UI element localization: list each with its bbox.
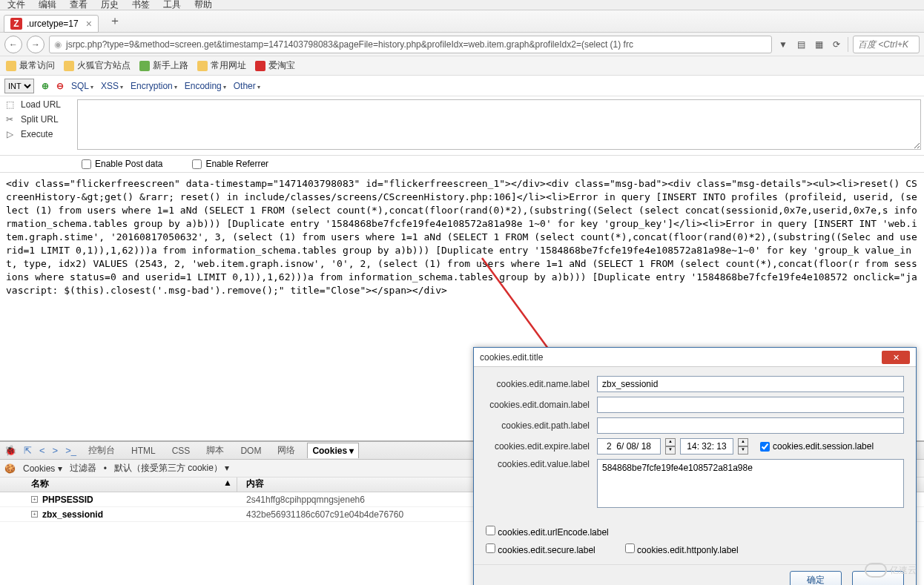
cookie-edit-dialog: cookies.edit.title ✕ cookies.edit.name.l… <box>473 347 917 585</box>
date-spinner[interactable]: ▲▼ <box>665 438 676 455</box>
watermark: 亿速云 <box>865 563 917 578</box>
split-url-button[interactable]: ✂Split URL <box>4 114 70 125</box>
menu-help[interactable]: 帮助 <box>194 0 212 11</box>
ok-button[interactable]: 确定 <box>790 571 842 585</box>
bookmarks-toolbar: 最常访问 火狐官方站点 新手上路 常用网址 爱淘宝 <box>0 56 924 76</box>
tab-network[interactable]: 网络 <box>273 442 300 459</box>
notes-icon[interactable]: ▦ <box>812 38 825 51</box>
domain-label: cookies.edit.domain.label <box>486 400 597 410</box>
browser-tabbar: Z .urcetype=17 × ＋ <box>0 10 924 33</box>
next-icon[interactable]: > <box>53 445 59 456</box>
play-icon: ▷ <box>4 129 15 139</box>
dialog-title: cookies.edit.title <box>480 352 882 363</box>
cookies-menu[interactable]: Cookies ▾ <box>23 463 62 474</box>
expire-label: cookies.edit.expire.label <box>486 441 597 452</box>
hackbar-remove-icon[interactable]: ⊖ <box>56 81 64 91</box>
scissors-icon: ✂ <box>4 114 15 125</box>
aitao-icon <box>255 61 265 71</box>
name-input[interactable] <box>597 376 904 392</box>
urlencode-checkbox[interactable]: cookies.edit.urlEncode.label <box>486 526 904 538</box>
hackbar-other[interactable]: Other <box>234 81 260 91</box>
tab-console[interactable]: 控制台 <box>84 442 119 459</box>
menu-bookmarks[interactable]: 书签 <box>132 0 150 11</box>
tab-close-icon[interactable]: × <box>86 18 92 30</box>
time-spinner[interactable]: ▲▼ <box>738 438 748 455</box>
folder-icon <box>197 61 208 71</box>
bookmark-aitao[interactable]: 爱淘宝 <box>255 59 295 72</box>
globe-icon <box>139 61 150 71</box>
path-label: cookies.edit.path.label <box>486 420 597 431</box>
favicon-zabbix: Z <box>10 18 22 30</box>
folder-icon <box>6 61 16 71</box>
shield-icon[interactable]: ▼ <box>776 38 790 51</box>
page-response-content: <div class="flickerfreescreen" data-time… <box>0 173 924 302</box>
value-label: cookies.edit.value.label <box>486 459 597 469</box>
cloud-icon <box>865 563 887 578</box>
tab-title: .urcetype=17 <box>27 19 79 29</box>
bookmark-newbie[interactable]: 新手上路 <box>139 59 188 72</box>
col-name[interactable]: 名称 ▲ <box>0 477 237 492</box>
hackbar-encryption[interactable]: Encryption <box>131 81 177 91</box>
menu-view[interactable]: 查看 <box>70 0 88 11</box>
cookies-filter[interactable]: 过滤器 <box>70 462 96 475</box>
menu-file[interactable]: 文件 <box>7 0 25 11</box>
dialog-close-button[interactable]: ✕ <box>882 351 910 364</box>
httponly-checkbox[interactable]: cookies.edit.httponly.label <box>625 543 739 555</box>
expand-icon[interactable]: + <box>31 496 38 503</box>
cookies-default[interactable]: 默认（接受第三方 cookie） ▾ <box>114 462 229 475</box>
expand-icon[interactable]: + <box>31 511 38 518</box>
new-tab-button[interactable]: ＋ <box>105 13 125 29</box>
expire-date-input[interactable] <box>597 438 661 455</box>
hackbar-toolbar: INT ⊕ ⊖ SQL XSS Encryption Encoding Othe… <box>0 76 924 96</box>
bookmark-firefox[interactable]: 火狐官方站点 <box>64 59 131 72</box>
bookmark-most-visited[interactable]: 最常访问 <box>6 59 55 72</box>
bookmark-common[interactable]: 常用网址 <box>197 59 246 72</box>
firebug-icon[interactable]: 🐞 <box>4 445 16 456</box>
hackbar-add-icon[interactable]: ⊕ <box>42 81 49 91</box>
secure-checkbox[interactable]: cookies.edit.secure.label <box>486 543 595 555</box>
reload-button[interactable]: ⟳ <box>830 38 843 51</box>
cookies-break-icon[interactable]: 🍪 <box>4 463 16 474</box>
tab-cookies[interactable]: Cookies ▾ <box>307 443 359 458</box>
hackbar-panel: ⬚Load URL ✂Split URL ▷Execute <box>0 96 924 156</box>
search-input[interactable] <box>853 36 920 53</box>
hackbar-sql[interactable]: SQL <box>71 81 93 91</box>
load-url-button[interactable]: ⬚Load URL <box>4 99 70 110</box>
domain-input[interactable] <box>597 397 904 413</box>
session-checkbox[interactable]: cookies.edit.session.label <box>760 441 874 452</box>
tab-dom[interactable]: DOM <box>236 443 265 458</box>
hackbar-encoding[interactable]: Encoding <box>185 81 226 91</box>
prev-icon[interactable]: < <box>39 445 45 456</box>
hackbar-encoding-select[interactable]: INT <box>4 79 34 93</box>
tab-css[interactable]: CSS <box>168 443 195 458</box>
back-button[interactable]: ← <box>4 36 22 53</box>
browser-navbar: ← → ◉ jsrpc.php?type=9&method=screen.get… <box>0 33 924 56</box>
expire-time-input[interactable] <box>680 438 733 455</box>
value-input[interactable]: 584868be7fcfe19fe4e108572a81a98e <box>597 459 904 508</box>
hackbar-xss[interactable]: XSS <box>101 81 123 91</box>
console-icon[interactable]: >_ <box>65 445 76 456</box>
folder-icon <box>64 61 74 71</box>
enable-referrer-checkbox[interactable]: Enable Referrer <box>192 159 268 169</box>
url-text: jsrpc.php?type=9&method=screen.get&times… <box>66 39 633 50</box>
path-input[interactable] <box>597 417 904 434</box>
reader-icon[interactable]: ▤ <box>794 38 808 51</box>
inspect-icon[interactable]: ⇱ <box>24 445 32 456</box>
enable-post-checkbox[interactable]: Enable Post data <box>82 159 162 169</box>
menu-edit[interactable]: 编辑 <box>39 0 56 11</box>
load-icon: ⬚ <box>4 99 15 110</box>
tab-html[interactable]: HTML <box>127 443 160 458</box>
browser-tab[interactable]: Z .urcetype=17 × <box>4 15 99 33</box>
forward-button[interactable]: → <box>27 36 44 53</box>
menu-tools[interactable]: 工具 <box>163 0 181 11</box>
window-menubar: 文件 编辑 查看 历史 书签 工具 帮助 <box>0 0 924 10</box>
identity-icon: ◉ <box>54 39 62 50</box>
name-label: cookies.edit.name.label <box>486 379 597 389</box>
tab-script[interactable]: 脚本 <box>202 442 228 459</box>
address-bar[interactable]: ◉ jsrpc.php?type=9&method=screen.get&tim… <box>49 36 772 53</box>
hackbar-url-input[interactable] <box>77 99 921 150</box>
hackbar-options: Enable Post data Enable Referrer <box>0 156 924 173</box>
menu-history[interactable]: 历史 <box>101 0 119 11</box>
execute-button[interactable]: ▷Execute <box>4 129 70 139</box>
